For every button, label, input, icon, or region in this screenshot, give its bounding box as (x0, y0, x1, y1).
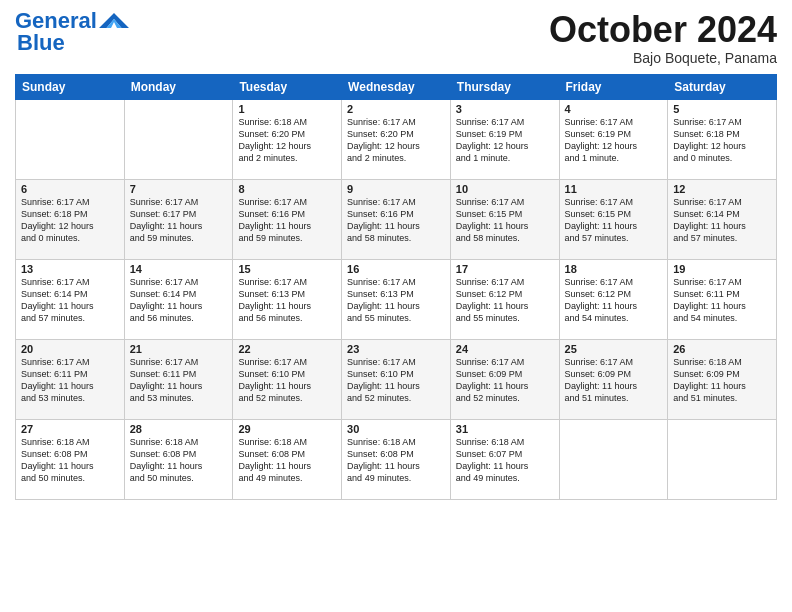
day-number: 12 (673, 183, 771, 195)
day-number: 20 (21, 343, 119, 355)
calendar-cell: 3Sunrise: 6:17 AMSunset: 6:19 PMDaylight… (450, 99, 559, 179)
day-number: 23 (347, 343, 445, 355)
calendar-cell: 23Sunrise: 6:17 AMSunset: 6:10 PMDayligh… (342, 339, 451, 419)
calendar-cell: 20Sunrise: 6:17 AMSunset: 6:11 PMDayligh… (16, 339, 125, 419)
day-number: 11 (565, 183, 663, 195)
cell-detail: Sunrise: 6:18 AMSunset: 6:09 PMDaylight:… (673, 356, 771, 405)
calendar-week-1: 1Sunrise: 6:18 AMSunset: 6:20 PMDaylight… (16, 99, 777, 179)
cell-detail: Sunrise: 6:17 AMSunset: 6:13 PMDaylight:… (238, 276, 336, 325)
day-number: 2 (347, 103, 445, 115)
day-number: 22 (238, 343, 336, 355)
col-header-thursday: Thursday (450, 74, 559, 99)
calendar-cell: 30Sunrise: 6:18 AMSunset: 6:08 PMDayligh… (342, 419, 451, 499)
day-number: 18 (565, 263, 663, 275)
day-number: 25 (565, 343, 663, 355)
day-number: 5 (673, 103, 771, 115)
calendar-cell (559, 419, 668, 499)
cell-detail: Sunrise: 6:17 AMSunset: 6:14 PMDaylight:… (673, 196, 771, 245)
cell-detail: Sunrise: 6:17 AMSunset: 6:15 PMDaylight:… (456, 196, 554, 245)
day-number: 21 (130, 343, 228, 355)
location: Bajo Boquete, Panama (549, 50, 777, 66)
day-number: 8 (238, 183, 336, 195)
day-number: 30 (347, 423, 445, 435)
day-number: 24 (456, 343, 554, 355)
cell-detail: Sunrise: 6:17 AMSunset: 6:19 PMDaylight:… (456, 116, 554, 165)
day-number: 1 (238, 103, 336, 115)
logo: General Blue (15, 10, 129, 54)
day-number: 9 (347, 183, 445, 195)
cell-detail: Sunrise: 6:17 AMSunset: 6:11 PMDaylight:… (130, 356, 228, 405)
calendar-cell: 19Sunrise: 6:17 AMSunset: 6:11 PMDayligh… (668, 259, 777, 339)
calendar-cell: 14Sunrise: 6:17 AMSunset: 6:14 PMDayligh… (124, 259, 233, 339)
calendar-cell: 25Sunrise: 6:17 AMSunset: 6:09 PMDayligh… (559, 339, 668, 419)
col-header-friday: Friday (559, 74, 668, 99)
calendar-cell: 4Sunrise: 6:17 AMSunset: 6:19 PMDaylight… (559, 99, 668, 179)
day-number: 13 (21, 263, 119, 275)
day-number: 4 (565, 103, 663, 115)
cell-detail: Sunrise: 6:17 AMSunset: 6:10 PMDaylight:… (238, 356, 336, 405)
logo-blue: Blue (17, 30, 65, 55)
cell-detail: Sunrise: 6:18 AMSunset: 6:08 PMDaylight:… (130, 436, 228, 485)
calendar-cell: 12Sunrise: 6:17 AMSunset: 6:14 PMDayligh… (668, 179, 777, 259)
calendar-cell: 16Sunrise: 6:17 AMSunset: 6:13 PMDayligh… (342, 259, 451, 339)
calendar-week-2: 6Sunrise: 6:17 AMSunset: 6:18 PMDaylight… (16, 179, 777, 259)
day-number: 31 (456, 423, 554, 435)
calendar-cell: 15Sunrise: 6:17 AMSunset: 6:13 PMDayligh… (233, 259, 342, 339)
calendar-cell: 13Sunrise: 6:17 AMSunset: 6:14 PMDayligh… (16, 259, 125, 339)
day-number: 15 (238, 263, 336, 275)
cell-detail: Sunrise: 6:18 AMSunset: 6:08 PMDaylight:… (238, 436, 336, 485)
logo-icon (99, 13, 129, 31)
cell-detail: Sunrise: 6:17 AMSunset: 6:09 PMDaylight:… (565, 356, 663, 405)
col-header-wednesday: Wednesday (342, 74, 451, 99)
day-number: 7 (130, 183, 228, 195)
cell-detail: Sunrise: 6:18 AMSunset: 6:07 PMDaylight:… (456, 436, 554, 485)
col-header-tuesday: Tuesday (233, 74, 342, 99)
cell-detail: Sunrise: 6:17 AMSunset: 6:16 PMDaylight:… (238, 196, 336, 245)
calendar-cell: 27Sunrise: 6:18 AMSunset: 6:08 PMDayligh… (16, 419, 125, 499)
cell-detail: Sunrise: 6:17 AMSunset: 6:19 PMDaylight:… (565, 116, 663, 165)
cell-detail: Sunrise: 6:17 AMSunset: 6:20 PMDaylight:… (347, 116, 445, 165)
calendar-cell: 5Sunrise: 6:17 AMSunset: 6:18 PMDaylight… (668, 99, 777, 179)
header: General Blue October 2024 Bajo Boquete, … (15, 10, 777, 66)
calendar-cell: 6Sunrise: 6:17 AMSunset: 6:18 PMDaylight… (16, 179, 125, 259)
day-number: 29 (238, 423, 336, 435)
calendar-cell (124, 99, 233, 179)
col-header-sunday: Sunday (16, 74, 125, 99)
calendar-cell: 1Sunrise: 6:18 AMSunset: 6:20 PMDaylight… (233, 99, 342, 179)
cell-detail: Sunrise: 6:17 AMSunset: 6:16 PMDaylight:… (347, 196, 445, 245)
cell-detail: Sunrise: 6:17 AMSunset: 6:18 PMDaylight:… (673, 116, 771, 165)
calendar-cell: 11Sunrise: 6:17 AMSunset: 6:15 PMDayligh… (559, 179, 668, 259)
day-number: 17 (456, 263, 554, 275)
cell-detail: Sunrise: 6:17 AMSunset: 6:11 PMDaylight:… (673, 276, 771, 325)
calendar-table: SundayMondayTuesdayWednesdayThursdayFrid… (15, 74, 777, 500)
cell-detail: Sunrise: 6:18 AMSunset: 6:08 PMDaylight:… (347, 436, 445, 485)
day-number: 26 (673, 343, 771, 355)
calendar-cell: 7Sunrise: 6:17 AMSunset: 6:17 PMDaylight… (124, 179, 233, 259)
calendar-cell: 31Sunrise: 6:18 AMSunset: 6:07 PMDayligh… (450, 419, 559, 499)
cell-detail: Sunrise: 6:18 AMSunset: 6:20 PMDaylight:… (238, 116, 336, 165)
calendar-cell (16, 99, 125, 179)
day-number: 16 (347, 263, 445, 275)
calendar-cell: 9Sunrise: 6:17 AMSunset: 6:16 PMDaylight… (342, 179, 451, 259)
calendar-week-4: 20Sunrise: 6:17 AMSunset: 6:11 PMDayligh… (16, 339, 777, 419)
calendar-cell: 10Sunrise: 6:17 AMSunset: 6:15 PMDayligh… (450, 179, 559, 259)
calendar-week-3: 13Sunrise: 6:17 AMSunset: 6:14 PMDayligh… (16, 259, 777, 339)
day-number: 19 (673, 263, 771, 275)
day-number: 6 (21, 183, 119, 195)
cell-detail: Sunrise: 6:17 AMSunset: 6:14 PMDaylight:… (21, 276, 119, 325)
cell-detail: Sunrise: 6:17 AMSunset: 6:10 PMDaylight:… (347, 356, 445, 405)
day-number: 28 (130, 423, 228, 435)
cell-detail: Sunrise: 6:17 AMSunset: 6:13 PMDaylight:… (347, 276, 445, 325)
cell-detail: Sunrise: 6:17 AMSunset: 6:18 PMDaylight:… (21, 196, 119, 245)
cell-detail: Sunrise: 6:17 AMSunset: 6:12 PMDaylight:… (565, 276, 663, 325)
calendar-cell: 28Sunrise: 6:18 AMSunset: 6:08 PMDayligh… (124, 419, 233, 499)
calendar-cell: 8Sunrise: 6:17 AMSunset: 6:16 PMDaylight… (233, 179, 342, 259)
col-header-saturday: Saturday (668, 74, 777, 99)
calendar-week-5: 27Sunrise: 6:18 AMSunset: 6:08 PMDayligh… (16, 419, 777, 499)
cell-detail: Sunrise: 6:17 AMSunset: 6:12 PMDaylight:… (456, 276, 554, 325)
calendar-cell: 24Sunrise: 6:17 AMSunset: 6:09 PMDayligh… (450, 339, 559, 419)
cell-detail: Sunrise: 6:17 AMSunset: 6:14 PMDaylight:… (130, 276, 228, 325)
day-number: 10 (456, 183, 554, 195)
calendar-cell: 2Sunrise: 6:17 AMSunset: 6:20 PMDaylight… (342, 99, 451, 179)
cell-detail: Sunrise: 6:17 AMSunset: 6:09 PMDaylight:… (456, 356, 554, 405)
